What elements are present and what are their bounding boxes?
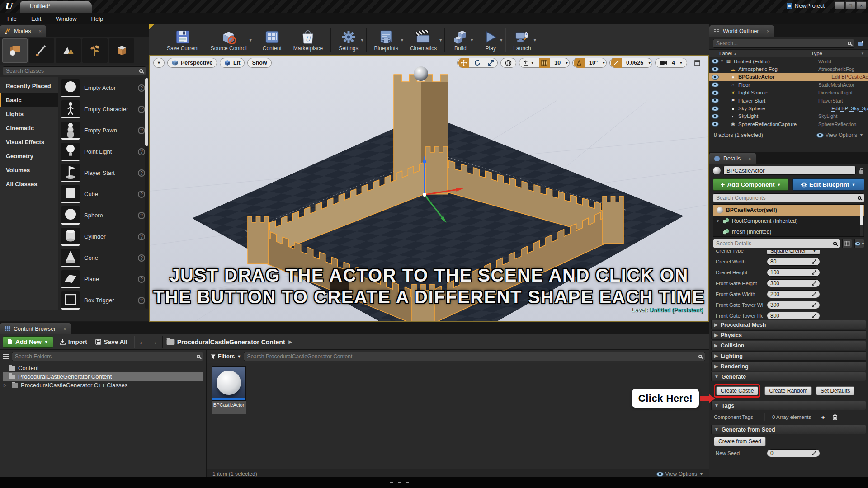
button-set-defaults[interactable]: Set Defaults: [816, 386, 854, 395]
menu-help[interactable]: Help: [84, 15, 111, 22]
toolbar-build[interactable]: Build▼: [447, 28, 474, 52]
help-icon[interactable]: ?: [138, 84, 145, 92]
place-item-empty-actor[interactable]: Empty Actor?: [58, 77, 149, 99]
place-item-cylinder[interactable]: Cylinder?: [58, 226, 149, 247]
forward-button[interactable]: →: [151, 338, 158, 346]
visibility-eye-icon[interactable]: [712, 67, 718, 71]
place-item-empty-pawn[interactable]: Empty Pawn?: [58, 120, 149, 141]
outliner-row-sky-sphere[interactable]: ●Sky SphereEdit BP_Sky_Sp: [709, 104, 868, 112]
help-icon[interactable]: ?: [138, 212, 145, 219]
visibility-eye-icon[interactable]: [712, 99, 718, 103]
add-tag-icon[interactable]: +: [821, 413, 825, 421]
outliner-row-bpcastleactor[interactable]: ●BPCastleActorEdit BPCastleAc: [709, 73, 868, 81]
visibility-eye-icon[interactable]: [712, 75, 718, 79]
expand-arrow-icon[interactable]: ▼: [716, 219, 721, 223]
world-local-toggle[interactable]: [500, 58, 516, 68]
section-generate[interactable]: ▼Generate: [711, 372, 866, 381]
minimize-button[interactable]: –: [835, 1, 844, 9]
outliner-row-atmospheric-fog[interactable]: ☁Atmospheric FogAtmosphericFog: [709, 65, 868, 73]
tab-world-outliner[interactable]: World Outliner×: [709, 25, 774, 37]
category-lights[interactable]: Lights: [0, 107, 58, 121]
section-procedural-mesh[interactable]: ▶Procedural Mesh: [711, 320, 866, 329]
breadcrumb[interactable]: ProceduralCastleGenerator Content ▶: [167, 338, 292, 346]
dropdown-caret-icon[interactable]: ▼: [499, 38, 503, 42]
category-recently-placed[interactable]: Recently Placed: [0, 79, 58, 93]
breadcrumb-expand-icon[interactable]: ▶: [289, 339, 292, 344]
tab-content-browser[interactable]: Content Browser×: [0, 323, 71, 334]
level-tab[interactable]: Untitled*: [20, 1, 92, 13]
add-component-button[interactable]: +Add Component▼: [713, 178, 788, 191]
dropdown-caret-icon[interactable]: ▼: [470, 38, 474, 42]
asset-tile-bpcastleactor[interactable]: BPCastleActor: [212, 366, 246, 414]
viewport-options-button[interactable]: ▼: [153, 58, 165, 68]
visibility-eye-icon[interactable]: [712, 83, 718, 87]
help-icon[interactable]: ?: [138, 169, 145, 177]
sources-toggle-icon[interactable]: [3, 354, 9, 359]
menu-window[interactable]: Window: [48, 15, 84, 22]
close-button[interactable]: ×: [856, 1, 866, 9]
place-item-sphere[interactable]: Sphere?: [58, 205, 149, 226]
dropdown-caret-icon[interactable]: ▼: [533, 38, 537, 42]
place-item-cone[interactable]: Cone?: [58, 247, 149, 268]
category-geometry[interactable]: Geometry: [0, 149, 58, 163]
folder-proceduralcastlegenerator-content[interactable]: ProceduralCastleGenerator Content: [3, 372, 203, 381]
scale-snap-toggle[interactable]: [611, 58, 622, 68]
rotation-snap-value[interactable]: 10°: [587, 60, 599, 66]
visibility-eye-icon[interactable]: [712, 59, 718, 63]
outliner-row-skylight[interactable]: ◐SkyLightSkyLight: [709, 113, 868, 120]
place-item-point-light[interactable]: Point Light?: [58, 141, 149, 162]
surface-snap-button[interactable]: ▼: [520, 58, 536, 68]
close-icon[interactable]: ×: [748, 156, 751, 161]
back-button[interactable]: ←: [139, 338, 146, 346]
category-visual-effects[interactable]: Visual Effects: [0, 135, 58, 149]
rotate-tool-button[interactable]: [472, 58, 483, 68]
help-icon[interactable]: ?: [138, 191, 145, 198]
place-item-player-start[interactable]: Player Start?: [58, 162, 149, 183]
actor-type-link[interactable]: Edit BPCastleAc: [831, 74, 868, 80]
dropdown-caret-icon[interactable]: ▼: [400, 38, 404, 42]
help-icon[interactable]: ?: [138, 233, 145, 240]
create-from-seed-button[interactable]: Create from Seed: [714, 437, 766, 446]
visibility-eye-icon[interactable]: [712, 107, 718, 111]
folder-content[interactable]: Content: [3, 364, 203, 372]
section-physics[interactable]: ▶Physics: [711, 330, 866, 340]
outliner-header[interactable]: Label ▲ Type ▼: [709, 49, 868, 57]
scale-snap-value[interactable]: 0.0625: [624, 60, 645, 66]
mode-place-mode-button[interactable]: [2, 38, 28, 63]
folder-proceduralcastlegenerator-c-classes[interactable]: ▷ProceduralCastleGenerator C++ Classes: [3, 381, 203, 389]
category-volumes[interactable]: Volumes: [0, 163, 58, 177]
save-all-button[interactable]: Save All: [94, 338, 129, 345]
toolbar-source-control[interactable]: Source Control▼: [205, 28, 253, 52]
toolbar-cinematics[interactable]: Cinematics▼: [404, 28, 443, 52]
type-filter-icon[interactable]: ▼: [861, 52, 868, 56]
button-create-random[interactable]: Create Random: [764, 386, 812, 395]
menu-file[interactable]: File: [0, 15, 24, 22]
mode-geometry-mode-button[interactable]: [109, 38, 134, 63]
outliner-row-spherereflectioncapture[interactable]: ◉SphereReflectionCaptureSphereReflection: [709, 120, 868, 128]
help-icon[interactable]: ?: [138, 276, 145, 283]
toolbar-settings[interactable]: Settings▼: [333, 28, 364, 52]
trash-icon[interactable]: [832, 414, 838, 420]
rotation-snap-toggle[interactable]: [574, 58, 585, 68]
create-layer-icon[interactable]: [857, 40, 864, 47]
toolbar-launch[interactable]: Launch▼: [507, 28, 537, 52]
mode-paint-mode-button[interactable]: [29, 38, 54, 63]
add-new-button[interactable]: Add New▼: [3, 336, 53, 348]
close-icon[interactable]: ×: [39, 28, 42, 34]
component-rootcomponent-inherited[interactable]: ▼RootComponent (Inherited): [713, 216, 864, 226]
category-all-classes[interactable]: All Classes: [0, 177, 58, 191]
toolbar-play[interactable]: Play▼: [478, 28, 503, 52]
property-dropdown-crenel-type[interactable]: Square Crenel▼: [767, 250, 820, 255]
property-matrix-icon[interactable]: [842, 239, 852, 248]
property-field-crenel-height[interactable]: 100: [767, 268, 820, 277]
filters-button[interactable]: Filters▼: [211, 353, 241, 360]
property-field-front-gate-width[interactable]: 200: [767, 290, 820, 298]
maximize-viewport-button[interactable]: [690, 58, 705, 68]
close-icon[interactable]: ×: [63, 326, 66, 332]
search-details-input[interactable]: [713, 239, 840, 248]
grid-snap-value[interactable]: 10: [552, 60, 562, 66]
outliner-view-options[interactable]: View Options▼: [817, 132, 863, 138]
section-collision[interactable]: ▶Collision: [711, 341, 866, 350]
dropdown-caret-icon[interactable]: ▼: [249, 38, 253, 42]
property-field-front-gate-height[interactable]: 300: [767, 279, 820, 287]
